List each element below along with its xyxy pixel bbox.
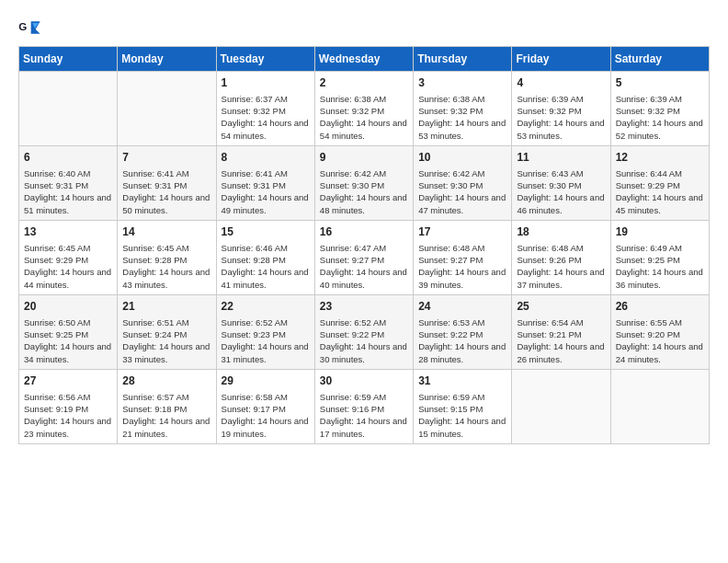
day-number: 15 [222, 224, 310, 240]
day-info: Sunrise: 6:57 AMSunset: 9:18 PMDaylight:… [122, 391, 210, 440]
day-number: 23 [320, 299, 408, 315]
calendar-cell [19, 72, 118, 146]
calendar-cell: 4Sunrise: 6:39 AMSunset: 9:32 PMDaylight… [512, 72, 610, 146]
day-info: Sunrise: 6:54 AMSunset: 9:21 PMDaylight:… [517, 316, 605, 365]
day-info: Sunrise: 6:52 AMSunset: 9:22 PMDaylight:… [320, 316, 408, 365]
calendar-cell: 14Sunrise: 6:45 AMSunset: 9:28 PMDayligh… [118, 220, 216, 294]
day-info: Sunrise: 6:49 AMSunset: 9:25 PMDaylight:… [616, 242, 704, 291]
day-info: Sunrise: 6:52 AMSunset: 9:23 PMDaylight:… [222, 316, 310, 365]
day-number: 14 [122, 224, 210, 240]
calendar-cell: 3Sunrise: 6:38 AMSunset: 9:32 PMDaylight… [414, 72, 512, 146]
day-number: 2 [320, 75, 408, 91]
page-header: G [18, 18, 710, 37]
day-number: 9 [320, 150, 408, 166]
day-number: 18 [517, 224, 605, 240]
day-number: 6 [24, 150, 112, 166]
day-info: Sunrise: 6:56 AMSunset: 9:19 PMDaylight:… [24, 391, 112, 440]
calendar-cell: 1Sunrise: 6:37 AMSunset: 9:32 PMDaylight… [216, 72, 314, 146]
day-number: 7 [122, 150, 210, 166]
calendar-cell: 2Sunrise: 6:38 AMSunset: 9:32 PMDaylight… [314, 72, 413, 146]
logo: G [18, 18, 44, 37]
calendar-cell: 18Sunrise: 6:48 AMSunset: 9:26 PMDayligh… [512, 220, 610, 294]
day-number: 19 [616, 224, 704, 240]
calendar-cell: 30Sunrise: 6:59 AMSunset: 9:16 PMDayligh… [314, 369, 413, 443]
day-info: Sunrise: 6:41 AMSunset: 9:31 PMDaylight:… [122, 167, 210, 216]
calendar-cell: 28Sunrise: 6:57 AMSunset: 9:18 PMDayligh… [118, 369, 216, 443]
day-info: Sunrise: 6:48 AMSunset: 9:26 PMDaylight:… [517, 242, 605, 291]
day-number: 22 [222, 299, 310, 315]
day-number: 11 [517, 150, 605, 166]
calendar-cell: 15Sunrise: 6:46 AMSunset: 9:28 PMDayligh… [216, 220, 314, 294]
calendar-cell: 6Sunrise: 6:40 AMSunset: 9:31 PMDaylight… [19, 145, 118, 220]
day-info: Sunrise: 6:45 AMSunset: 9:28 PMDaylight:… [122, 242, 210, 291]
calendar-week-5: 27Sunrise: 6:56 AMSunset: 9:19 PMDayligh… [19, 369, 710, 443]
day-number: 10 [418, 150, 506, 166]
day-header-wednesday: Wednesday [314, 47, 413, 72]
calendar-week-4: 20Sunrise: 6:50 AMSunset: 9:25 PMDayligh… [19, 294, 710, 369]
day-header-friday: Friday [512, 47, 610, 72]
calendar-header-row: SundayMondayTuesdayWednesdayThursdayFrid… [19, 47, 710, 72]
day-number: 21 [122, 299, 210, 315]
day-header-tuesday: Tuesday [216, 47, 314, 72]
day-number: 28 [122, 373, 210, 389]
day-info: Sunrise: 6:55 AMSunset: 9:20 PMDaylight:… [616, 316, 704, 365]
day-number: 16 [320, 224, 408, 240]
calendar-cell: 9Sunrise: 6:42 AMSunset: 9:30 PMDaylight… [314, 145, 413, 220]
calendar-cell: 8Sunrise: 6:41 AMSunset: 9:31 PMDaylight… [216, 145, 314, 220]
logo-icon: G [18, 18, 40, 37]
day-info: Sunrise: 6:48 AMSunset: 9:27 PMDaylight:… [418, 242, 506, 291]
day-info: Sunrise: 6:43 AMSunset: 9:30 PMDaylight:… [517, 167, 605, 216]
day-info: Sunrise: 6:39 AMSunset: 9:32 PMDaylight:… [616, 93, 704, 142]
calendar-cell: 22Sunrise: 6:52 AMSunset: 9:23 PMDayligh… [216, 294, 314, 369]
day-number: 4 [517, 75, 605, 91]
day-info: Sunrise: 6:44 AMSunset: 9:29 PMDaylight:… [616, 167, 704, 216]
day-number: 12 [616, 150, 704, 166]
calendar-cell: 17Sunrise: 6:48 AMSunset: 9:27 PMDayligh… [414, 220, 512, 294]
calendar-cell: 25Sunrise: 6:54 AMSunset: 9:21 PMDayligh… [512, 294, 610, 369]
day-info: Sunrise: 6:38 AMSunset: 9:32 PMDaylight:… [418, 93, 506, 142]
day-number: 17 [418, 224, 506, 240]
calendar-cell: 10Sunrise: 6:42 AMSunset: 9:30 PMDayligh… [414, 145, 512, 220]
calendar-cell: 12Sunrise: 6:44 AMSunset: 9:29 PMDayligh… [610, 145, 709, 220]
calendar-table: SundayMondayTuesdayWednesdayThursdayFrid… [18, 46, 710, 444]
day-header-saturday: Saturday [610, 47, 709, 72]
day-header-sunday: Sunday [19, 47, 118, 72]
calendar-cell: 16Sunrise: 6:47 AMSunset: 9:27 PMDayligh… [314, 220, 413, 294]
day-number: 26 [616, 299, 704, 315]
calendar-cell: 31Sunrise: 6:59 AMSunset: 9:15 PMDayligh… [414, 369, 512, 443]
day-info: Sunrise: 6:37 AMSunset: 9:32 PMDaylight:… [222, 93, 310, 142]
calendar-week-2: 6Sunrise: 6:40 AMSunset: 9:31 PMDaylight… [19, 145, 710, 220]
day-number: 27 [24, 373, 112, 389]
day-info: Sunrise: 6:47 AMSunset: 9:27 PMDaylight:… [320, 242, 408, 291]
calendar-week-3: 13Sunrise: 6:45 AMSunset: 9:29 PMDayligh… [19, 220, 710, 294]
calendar-cell: 21Sunrise: 6:51 AMSunset: 9:24 PMDayligh… [118, 294, 216, 369]
calendar-cell: 23Sunrise: 6:52 AMSunset: 9:22 PMDayligh… [314, 294, 413, 369]
day-header-thursday: Thursday [414, 47, 512, 72]
day-info: Sunrise: 6:50 AMSunset: 9:25 PMDaylight:… [24, 316, 112, 365]
calendar-cell: 7Sunrise: 6:41 AMSunset: 9:31 PMDaylight… [118, 145, 216, 220]
day-info: Sunrise: 6:46 AMSunset: 9:28 PMDaylight:… [222, 242, 310, 291]
day-info: Sunrise: 6:58 AMSunset: 9:17 PMDaylight:… [222, 391, 310, 440]
day-number: 5 [616, 75, 704, 91]
day-info: Sunrise: 6:51 AMSunset: 9:24 PMDaylight:… [122, 316, 210, 365]
day-info: Sunrise: 6:59 AMSunset: 9:16 PMDaylight:… [320, 391, 408, 440]
day-number: 13 [24, 224, 112, 240]
day-info: Sunrise: 6:42 AMSunset: 9:30 PMDaylight:… [320, 167, 408, 216]
day-info: Sunrise: 6:40 AMSunset: 9:31 PMDaylight:… [24, 167, 112, 216]
day-header-monday: Monday [118, 47, 216, 72]
day-info: Sunrise: 6:42 AMSunset: 9:30 PMDaylight:… [418, 167, 506, 216]
calendar-cell: 27Sunrise: 6:56 AMSunset: 9:19 PMDayligh… [19, 369, 118, 443]
day-number: 1 [222, 75, 310, 91]
day-number: 25 [517, 299, 605, 315]
day-info: Sunrise: 6:38 AMSunset: 9:32 PMDaylight:… [320, 93, 408, 142]
calendar-cell: 19Sunrise: 6:49 AMSunset: 9:25 PMDayligh… [610, 220, 709, 294]
svg-text:G: G [18, 20, 27, 32]
calendar-cell [512, 369, 610, 443]
calendar-cell: 13Sunrise: 6:45 AMSunset: 9:29 PMDayligh… [19, 220, 118, 294]
day-number: 31 [418, 373, 506, 389]
day-number: 30 [320, 373, 408, 389]
calendar-cell: 5Sunrise: 6:39 AMSunset: 9:32 PMDaylight… [610, 72, 709, 146]
calendar-cell [610, 369, 709, 443]
day-number: 8 [222, 150, 310, 166]
day-number: 3 [418, 75, 506, 91]
